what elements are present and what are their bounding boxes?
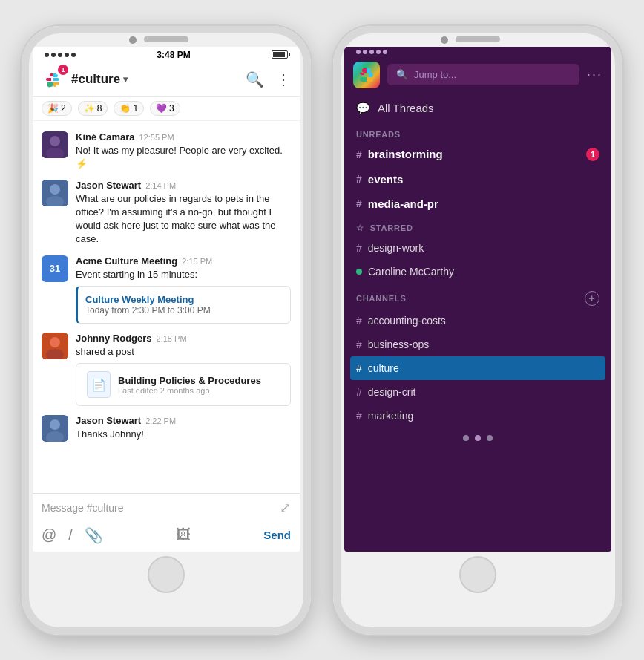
reaction-bar: 🎉2 ✨8 👏1 💜3: [33, 97, 300, 121]
status-bar: 3:48 PM: [33, 47, 300, 63]
message-item: Johnny Rodgers 2:18 PM shared a post 📄 B…: [33, 328, 300, 411]
channel-name-label: marketing: [368, 410, 413, 422]
signal-dot: [65, 53, 69, 57]
channel-name-label: culture: [368, 362, 399, 374]
search-icon[interactable]: 🔍: [246, 71, 264, 88]
sidebar-item-business-ops[interactable]: # business-ops: [344, 333, 611, 356]
reaction-pill[interactable]: 💜3: [150, 101, 180, 116]
hash-icon: #: [356, 362, 362, 374]
svg-point-11: [50, 419, 60, 430]
signal-dot: [51, 53, 56, 57]
slack-logo: 1: [42, 68, 65, 91]
hash-icon: #: [356, 339, 362, 350]
sidebar-item-caroline[interactable]: Caroline McCarthy: [344, 260, 611, 284]
star-icon: ☆: [356, 223, 364, 232]
all-threads-item[interactable]: 💬 All Threads: [344, 94, 611, 122]
slack-logo-right: [353, 62, 380, 88]
hash-icon: #: [356, 242, 362, 254]
reaction-pill[interactable]: ✨8: [78, 101, 108, 116]
unread-badge: 1: [586, 148, 599, 161]
message-author: Jason Stewart: [76, 415, 141, 426]
threads-icon: 💬: [356, 102, 370, 115]
speaker: [456, 36, 500, 42]
message-body: Jason Stewart 2:14 PM What are our polic…: [76, 180, 291, 246]
calendar-title: Culture Weekly Meeting: [85, 294, 280, 305]
message-text: Event starting in 15 minutes:: [76, 268, 291, 281]
doc-meta: Last edited 2 months ago: [118, 386, 261, 395]
home-button[interactable]: [459, 556, 496, 593]
reaction-pill[interactable]: 👏1: [114, 101, 144, 116]
message-time: 2:22 PM: [145, 416, 176, 425]
hash-icon: #: [356, 173, 362, 185]
svg-point-5: [50, 184, 60, 195]
message-body: Kiné Camara 12:55 PM No! It was my pleas…: [76, 131, 291, 171]
message-time: 12:55 PM: [139, 133, 174, 142]
sidebar-item-accounting-costs[interactable]: # accounting-costs: [344, 309, 611, 333]
dm-name-label: Caroline McCarthy: [368, 266, 454, 278]
messages-area: Kiné Camara 12:55 PM No! It was my pleas…: [33, 121, 300, 493]
doc-title: Building Policies & Procedures: [118, 375, 261, 386]
reaction-pill[interactable]: 🎉2: [42, 101, 72, 116]
message-header: Jason Stewart 2:22 PM: [76, 415, 291, 426]
message-text: What are our policies in regards to pets…: [76, 192, 291, 246]
sidebar-item-design-crit[interactable]: # design-crit: [344, 380, 611, 404]
input-toolbar: @ / 📎 🖼 Send: [33, 522, 300, 552]
signal-dot: [58, 53, 62, 57]
avatar: [42, 131, 68, 158]
sidebar-item-design-work[interactable]: # design-work: [344, 236, 611, 260]
channel-name-label: events: [368, 173, 404, 186]
expand-icon[interactable]: ⤢: [280, 500, 291, 516]
attachment-icon[interactable]: 📎: [85, 526, 103, 544]
svg-point-2: [50, 136, 60, 146]
dot-indicator: [463, 435, 469, 441]
channel-name-label: business-ops: [368, 339, 430, 350]
hash-icon: #: [356, 315, 362, 327]
image-icon[interactable]: 🖼: [176, 526, 191, 543]
starred-section-label: ☆ STARRED: [344, 216, 611, 236]
pagination-dots: [344, 428, 611, 448]
sidebar-item-events[interactable]: # events: [344, 167, 611, 192]
search-bar[interactable]: 🔍 Jump to...: [387, 64, 579, 85]
home-button[interactable]: [148, 556, 185, 593]
message-header: Jason Stewart 2:14 PM: [76, 180, 291, 191]
send-button[interactable]: Send: [263, 529, 291, 541]
channel-name[interactable]: #culture ▾: [71, 72, 246, 87]
left-phone: 3:48 PM 1: [22, 26, 311, 635]
more-icon[interactable]: ⋮: [276, 71, 291, 88]
battery-icon: [272, 50, 288, 59]
document-icon: 📄: [87, 371, 111, 398]
dot-indicator: [487, 435, 493, 441]
channels-section-label: CHANNELS +: [344, 284, 611, 309]
slash-icon[interactable]: /: [68, 526, 73, 543]
message-body: Jason Stewart 2:22 PM Thanks Johnny!: [76, 415, 291, 442]
more-icon[interactable]: ···: [587, 67, 602, 82]
status-time: 3:48 PM: [157, 50, 190, 60]
message-author: Jason Stewart: [76, 180, 141, 191]
status-bar: [344, 47, 611, 57]
channel-name-label: design-crit: [368, 386, 416, 398]
sidebar-item-marketing[interactable]: # marketing: [344, 404, 611, 428]
sidebar-search-bar: 🔍 Jump to... ···: [344, 57, 611, 94]
message-input-area: Message #culture ⤢ @ / 📎 🖼 Send: [33, 493, 300, 552]
avatar: 31: [42, 255, 68, 282]
hash-icon: #: [356, 148, 362, 160]
sidebar-item-media-and-pr[interactable]: # media-and-pr: [344, 192, 611, 216]
message-time: 2:14 PM: [145, 181, 176, 190]
header-icons: 🔍 ⋮: [246, 71, 291, 88]
message-text: Thanks Johnny!: [76, 428, 291, 441]
mention-icon[interactable]: @: [42, 526, 56, 543]
message-author: Kiné Camara: [76, 131, 134, 143]
sidebar-item-brainstorming[interactable]: # brainstorming 1: [344, 142, 611, 167]
document-card[interactable]: 📄 Building Policies & Procedures Last ed…: [76, 363, 291, 406]
chevron-down-icon: ▾: [123, 74, 128, 85]
add-channel-button[interactable]: +: [585, 291, 599, 306]
sidebar-content: 💬 All Threads UNREADS # brainstorming 1 …: [344, 94, 611, 552]
message-input[interactable]: Message #culture: [42, 502, 274, 514]
channel-name-label: accounting-costs: [368, 315, 446, 327]
message-author: Johnny Rodgers: [76, 333, 152, 344]
message-body: Johnny Rodgers 2:18 PM shared a post 📄 B…: [76, 333, 291, 406]
message-time: 2:18 PM: [157, 334, 187, 343]
calendar-card[interactable]: Culture Weekly Meeting Today from 2:30 P…: [76, 286, 291, 324]
search-placeholder: Jump to...: [414, 69, 456, 80]
sidebar-item-culture[interactable]: # culture: [350, 356, 605, 380]
